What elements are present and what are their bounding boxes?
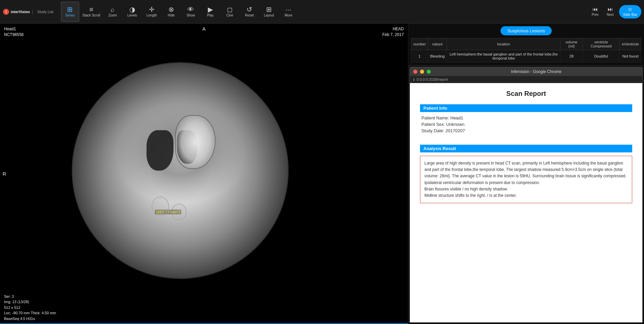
layout-icon: ⊞ (266, 6, 272, 13)
zoom-icon: ⌕ (110, 6, 115, 13)
toolbar-stack-scroll[interactable]: ≡ Stack Scroll (80, 2, 102, 22)
reset-label: Reset (245, 13, 254, 17)
reset-icon: ↺ (247, 6, 252, 13)
browser-window: Infervision - Google Chrome ℹ 0.0.0.0:31… (410, 67, 643, 323)
toolbar-layout[interactable]: ⊞ Layout (260, 2, 278, 22)
col-volume: volume (ml) (560, 38, 583, 50)
viewer-label-a: A (202, 26, 205, 32)
show-icon: 👁 (187, 6, 194, 13)
play-icon: ▶ (208, 6, 213, 13)
ser-info: Ser: 2 (4, 294, 56, 299)
show-label: Show (187, 13, 195, 17)
table-row: 1 Bleeding Left hemisphere:the basal gan… (411, 50, 641, 63)
levels-icon: ◑ (129, 6, 135, 13)
more-icon: ··· (286, 6, 291, 13)
app-logo: i interVision | Study List (3, 8, 56, 15)
study-date: Feb 7, 2017 (382, 32, 404, 38)
patient-name-value: Head1 (450, 115, 463, 120)
svg-text:i: i (6, 10, 7, 14)
patient-name-row: Patient Name: Head1 (420, 115, 632, 120)
analysis-text: Large area of high density is present in… (420, 156, 632, 203)
cine-label: Cine (226, 13, 233, 17)
toolbar-zoom[interactable]: ⌕ Zoom (103, 2, 122, 22)
col-location: location (447, 38, 560, 50)
study-name: HEAD (382, 26, 404, 32)
toolbar-play[interactable]: ▶ Play (201, 2, 219, 22)
main-content: A R Head1 NCT98558 HEAD Feb 7, 2017 (0, 24, 644, 324)
toolbar-length[interactable]: ✛ Length (142, 2, 161, 22)
ct-brain-image: 1057.77 mm^2 (72, 63, 288, 278)
lesions-table: number nature location volume (ml) ventr… (411, 38, 641, 63)
browser-content[interactable]: Scan Report Patient Info Patient Name: H… (410, 83, 642, 322)
measurement-label: 1057.77 mm^2 (155, 210, 181, 214)
toolbar: i interVision | Study List ⊞ Series ≡ St… (0, 0, 644, 24)
col-ventricle-compressed: ventricle Compressed (583, 38, 620, 50)
stack-scroll-label: Stack Scroll (83, 13, 100, 17)
series-label: Series (65, 13, 74, 17)
zoom-label: Zoom (108, 13, 117, 17)
address-text: 0.0.0.0:3100/report (417, 77, 448, 81)
patient-info-section-header: Patient Info (420, 104, 632, 112)
study-date-value: 20170207 (446, 128, 465, 133)
study-list-button[interactable]: Study List (35, 9, 55, 14)
patient-sex-label: Patient Sex: (421, 122, 445, 127)
stack-scroll-icon: ≡ (89, 6, 93, 13)
cell-volume: 28 (560, 50, 583, 63)
cell-location: Left hemisphere:the basal ganglion and p… (447, 50, 560, 63)
patient-sex-value: Unknown (446, 122, 464, 127)
browser-title: Infervision - Google Chrome (433, 69, 639, 74)
browser-maximize-button[interactable] (427, 70, 431, 74)
length-icon: ✛ (149, 6, 155, 13)
prev-button[interactable]: ⏮ Prev (589, 5, 602, 18)
series-icon: ⊞ (67, 6, 73, 13)
col-number: number (411, 38, 428, 50)
baseseq-info: BaseSeq 4.5 H31s (4, 316, 56, 322)
toolbar-hide[interactable]: ⊗ Hide (162, 2, 180, 22)
toolbar-more[interactable]: ··· More (279, 2, 297, 22)
patient-sex-row: Patient Sex: Unknown (420, 122, 632, 127)
toolbar-cine[interactable]: ◻ Cine (221, 2, 239, 22)
toolbar-levels[interactable]: ◑ Levels (123, 2, 141, 22)
scan-report-title: Scan Report (420, 90, 632, 98)
ct-viewer[interactable]: A R Head1 NCT98558 HEAD Feb 7, 2017 (0, 24, 408, 324)
sidebar-icon: ⚙ (628, 7, 632, 12)
cine-icon: ◻ (227, 6, 233, 13)
patient-info-topleft: Head1 NCT98558 (4, 26, 24, 38)
study-date-label: Study Date: (421, 128, 444, 133)
img-info: Img: 13 (13/28) (4, 299, 56, 305)
browser-minimize-button[interactable] (420, 70, 424, 74)
length-label: Length (147, 13, 157, 17)
next-label: Next (607, 13, 614, 16)
analysis-section-header: Analysis Result (420, 145, 632, 152)
loc-info: Loc: -90.70 mm Thick: 4.50 mm (4, 310, 56, 316)
browser-close-button[interactable] (413, 70, 417, 74)
toolbar-show[interactable]: 👁 Show (182, 2, 200, 22)
col-nature: nature (428, 38, 447, 50)
sidebar-toggle-button[interactable]: ⚙ Side Bar (619, 5, 641, 19)
size-info: 512 x 512 (4, 305, 56, 311)
viewer-label-r: R (3, 171, 6, 177)
patient-info-topright: HEAD Feb 7, 2017 (382, 26, 404, 38)
play-label: Play (207, 13, 214, 17)
toolbar-series[interactable]: ⊞ Series (61, 2, 79, 22)
patient-id: NCT98558 (4, 32, 24, 38)
cell-ventricle-compressed: Doubtful (583, 50, 620, 63)
browser-titlebar: Infervision - Google Chrome (410, 67, 642, 76)
more-label: More (285, 13, 292, 17)
logo-text: interVision (11, 10, 30, 14)
address-icon: ℹ (413, 78, 415, 81)
next-button[interactable]: ⏭ Next (604, 5, 616, 18)
browser-addressbar: ℹ 0.0.0.0:3100/report (410, 76, 642, 83)
suspicious-lesions-button[interactable]: Suspicious Lesions (501, 26, 551, 35)
image-info-bottomleft: Ser: 2 Img: 13 (13/28) 512 x 512 Loc: -9… (4, 294, 56, 322)
cell-nature: Bleeding (428, 50, 447, 63)
cell-number: 1 (411, 50, 428, 63)
patient-name-label: Patient Name: (421, 115, 449, 120)
ct-image-container: 1057.77 mm^2 (72, 63, 295, 285)
levels-label: Levels (127, 13, 137, 17)
toolbar-reset[interactable]: ↺ Reset (240, 2, 258, 22)
cell-in-ventricle: Not found (620, 50, 641, 63)
layout-label: Layout (264, 13, 274, 17)
prev-label: Prev (592, 13, 599, 16)
patient-name: Head1 (4, 26, 24, 32)
